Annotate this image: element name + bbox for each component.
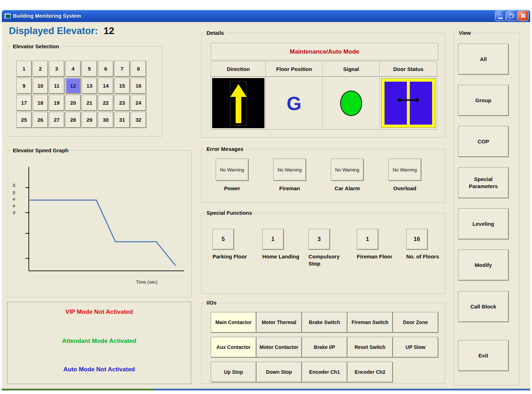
minimize-icon <box>498 18 503 19</box>
elevator-button-2[interactable]: 2 <box>33 61 48 77</box>
io-button-encoder-ch1[interactable]: Encoder Ch1 <box>302 362 347 382</box>
elevator-button-23[interactable]: 23 <box>114 95 130 111</box>
elevator-button-27[interactable]: 27 <box>49 112 64 128</box>
elevator-button-19[interactable]: 19 <box>49 95 64 111</box>
elevator-button-3[interactable]: 3 <box>49 61 64 77</box>
elevator-button-8[interactable]: 8 <box>131 61 146 77</box>
details-column-header-0: Direction <box>211 61 266 77</box>
error-status-button-1[interactable]: No Warning <box>273 159 306 181</box>
graph-y-axis-label: S p e e d <box>12 182 16 216</box>
elevator-selection-title: Elevator Selection <box>11 43 61 49</box>
elevator-button-28[interactable]: 28 <box>65 112 81 128</box>
elevator-selection-group: Elevator Selection 123456789101112131415… <box>8 46 162 137</box>
error-item-0: No WarningPower <box>211 159 253 191</box>
view-button-special-parameters[interactable]: Special Parameters <box>458 167 509 198</box>
error-status-button-0[interactable]: No Warning <box>216 159 248 181</box>
close-icon <box>521 13 526 18</box>
special-function-value-button-1[interactable]: 1 <box>262 229 284 250</box>
elevator-button-25[interactable]: 25 <box>16 112 32 128</box>
signal-cell <box>322 77 380 130</box>
io-button-reset-switch[interactable]: Reset Switch <box>347 337 393 357</box>
error-status-button-3[interactable]: No Warning <box>388 159 421 181</box>
elevator-button-17[interactable]: 17 <box>16 95 32 111</box>
io-button-motor-thermal[interactable]: Motor Thermal <box>256 312 302 333</box>
displayed-elevator-label: Displayed Elevator: <box>9 26 98 36</box>
elevator-button-16[interactable]: 16 <box>131 78 146 94</box>
error-status-button-2[interactable]: No Warning <box>331 159 364 181</box>
view-button-cop[interactable]: COP <box>458 126 509 157</box>
elevator-button-9[interactable]: 9 <box>16 78 32 94</box>
mode-status-line-2: Auto Mode Not Activated <box>7 366 191 373</box>
io-button-down-stop[interactable]: Down Stop <box>256 362 302 382</box>
io-button-up-stop[interactable]: Up Stop <box>211 362 256 382</box>
elevator-button-12[interactable]: 12 <box>65 78 81 94</box>
special-function-value-button-4[interactable]: 16 <box>406 229 428 250</box>
error-item-label-3: Overload <box>383 185 426 191</box>
view-button-all[interactable]: All <box>458 44 509 75</box>
elevator-button-20[interactable]: 20 <box>65 95 81 111</box>
elevator-button-18[interactable]: 18 <box>33 95 48 111</box>
special-function-label-4: No. of Floors <box>406 253 447 260</box>
elevator-button-10[interactable]: 10 <box>33 78 48 94</box>
view-button-leveling[interactable]: Leveling <box>458 208 509 239</box>
elevator-button-11[interactable]: 11 <box>49 78 64 94</box>
door-right-panel <box>410 82 432 125</box>
elevator-button-22[interactable]: 22 <box>98 95 113 111</box>
special-functions-group: Special Functions 5Parking Floor1Home La… <box>201 213 445 294</box>
ios-group: I/Os Main ContactorMotor ThermalBrake Sw… <box>201 303 445 384</box>
io-button-aux-contactor[interactable]: Aux Contactor <box>211 337 256 357</box>
io-button-motor-contactor[interactable]: Motor Contactor <box>256 337 302 357</box>
io-button-fireman-switch[interactable]: Fireman Switch <box>347 312 393 333</box>
error-item-label-0: Power <box>211 185 253 191</box>
door-status-cell <box>380 77 437 130</box>
io-button-up-slow[interactable]: UP Slow <box>393 337 438 357</box>
view-title: View <box>457 30 473 36</box>
special-function-label-0: Parking Floor <box>213 253 254 260</box>
elevator-button-14[interactable]: 14 <box>98 78 113 94</box>
elevator-button-30[interactable]: 30 <box>98 112 113 128</box>
elevator-button-1[interactable]: 1 <box>16 61 32 77</box>
io-button-main-contactor[interactable]: Main Contactor <box>211 312 256 333</box>
error-messages-group: Error Mesages No WarningPowerNo WarningF… <box>201 149 445 203</box>
special-function-label-3: Fireman Floor <box>357 253 398 260</box>
io-button-encoder-ch2[interactable]: Encoder Ch2 <box>347 362 393 382</box>
elevator-button-6[interactable]: 6 <box>98 61 113 77</box>
window-bottom-edge <box>2 389 530 390</box>
error-messages-title: Error Mesages <box>205 146 245 152</box>
direction-display <box>212 78 264 128</box>
elevator-button-21[interactable]: 21 <box>82 95 97 111</box>
io-button-brake-i-p[interactable]: Brake I/P <box>302 337 347 357</box>
door-left-panel <box>385 82 407 125</box>
elevator-button-24[interactable]: 24 <box>131 95 146 111</box>
special-function-value-button-0[interactable]: 5 <box>213 229 234 250</box>
elevator-button-32[interactable]: 32 <box>131 112 146 128</box>
elevator-button-5[interactable]: 5 <box>82 61 97 77</box>
special-functions-title: Special Functions <box>205 210 254 216</box>
details-title: Details <box>205 30 226 36</box>
io-button-brake-switch[interactable]: Brake Switch <box>302 312 347 333</box>
speed-graph-group: Elevator Speed Graph S p e e d Time (sec… <box>8 151 192 297</box>
error-item-2: No WarningCar Alarm <box>326 159 369 191</box>
view-button-group[interactable]: Group <box>458 85 509 116</box>
view-button-exit[interactable]: Exit <box>458 340 509 371</box>
view-button-modify[interactable]: Modify <box>458 250 509 280</box>
ios-title: I/Os <box>205 300 218 306</box>
close-button[interactable] <box>518 11 528 21</box>
special-function-label-1: Home Landing <box>262 253 303 260</box>
elevator-button-4[interactable]: 4 <box>65 61 81 77</box>
elevator-button-7[interactable]: 7 <box>114 61 130 77</box>
view-button-call-block[interactable]: Call Block <box>458 291 509 322</box>
special-function-value-button-3[interactable]: 1 <box>357 229 378 250</box>
mode-status-panel: VIP Mode Not ActivatedAttendant Mode Act… <box>7 302 191 384</box>
io-grid: Main ContactorMotor ThermalBrake SwitchF… <box>211 312 438 382</box>
elevator-button-15[interactable]: 15 <box>114 78 130 94</box>
restore-button[interactable] <box>506 11 517 21</box>
io-button-door-zone[interactable]: Door Zone <box>393 312 438 333</box>
elevator-button-26[interactable]: 26 <box>33 112 48 128</box>
elevator-button-13[interactable]: 13 <box>82 78 97 94</box>
speed-graph-svg <box>8 151 192 298</box>
elevator-button-29[interactable]: 29 <box>82 112 97 128</box>
special-function-value-button-2[interactable]: 3 <box>308 229 330 250</box>
elevator-button-31[interactable]: 31 <box>114 112 130 128</box>
minimize-button[interactable] <box>495 11 506 21</box>
